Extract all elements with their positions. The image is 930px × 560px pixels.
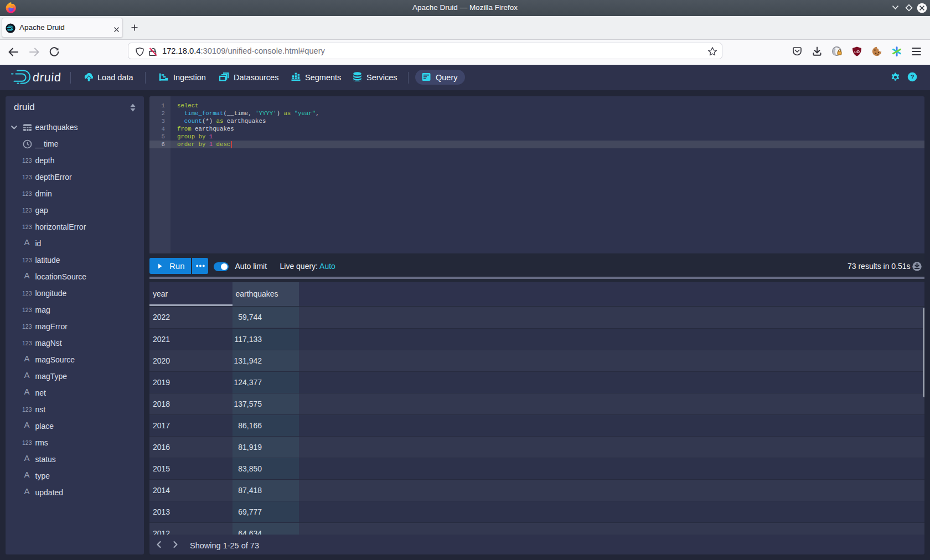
svg-text:?: ? xyxy=(910,74,914,80)
svg-text:uO: uO xyxy=(854,50,860,54)
